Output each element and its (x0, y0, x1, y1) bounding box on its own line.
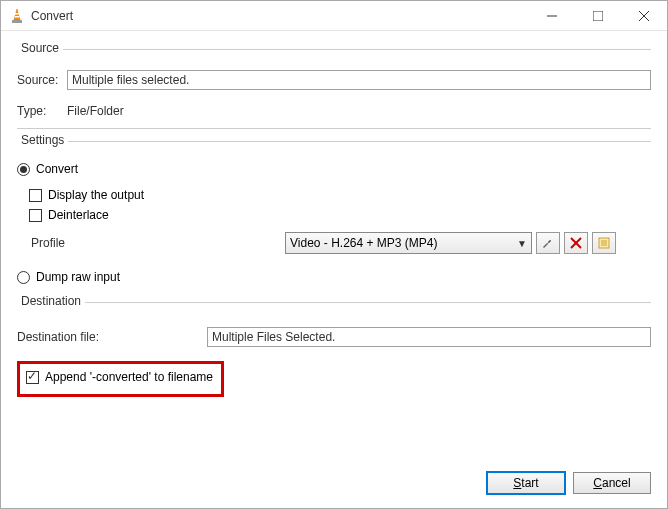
vlc-icon (9, 8, 25, 24)
chevron-down-icon: ▼ (517, 238, 527, 249)
dialog-content: Source Source: Multiple files selected. … (1, 31, 667, 460)
destination-legend: Destination (17, 294, 85, 308)
profile-label: Profile (17, 236, 285, 250)
close-button[interactable] (621, 1, 667, 31)
dump-raw-label: Dump raw input (36, 270, 120, 284)
settings-legend: Settings (17, 133, 68, 147)
deinterlace-checkbox[interactable] (29, 209, 42, 222)
svg-rect-3 (12, 20, 22, 23)
append-converted-label: Append '-converted' to filename (45, 370, 213, 384)
wrench-icon (541, 236, 555, 250)
profile-value: Video - H.264 + MP3 (MP4) (290, 236, 438, 250)
destination-file-field[interactable]: Multiple Files Selected. (207, 327, 651, 347)
x-icon (570, 237, 582, 249)
start-button[interactable]: Start (487, 472, 565, 494)
destination-file-label: Destination file: (17, 330, 207, 344)
titlebar: Convert (1, 1, 667, 31)
edit-profile-button[interactable] (536, 232, 560, 254)
source-field[interactable]: Multiple files selected. (67, 70, 651, 90)
source-group: Source Source: Multiple files selected. … (17, 49, 651, 129)
append-converted-checkbox[interactable] (26, 371, 39, 384)
cancel-button[interactable]: Cancel (573, 472, 651, 494)
source-legend: Source (17, 41, 63, 55)
profile-select[interactable]: Video - H.264 + MP3 (MP4) ▼ (285, 232, 532, 254)
display-output-checkbox[interactable] (29, 189, 42, 202)
new-profile-icon (597, 236, 611, 250)
dump-raw-radio[interactable] (17, 271, 30, 284)
svg-rect-2 (15, 16, 20, 18)
svg-rect-5 (593, 11, 603, 21)
delete-profile-button[interactable] (564, 232, 588, 254)
convert-radio[interactable] (17, 163, 30, 176)
type-label: Type: (17, 104, 67, 118)
settings-group: Settings Convert Display the output Dein… (17, 141, 651, 290)
minimize-button[interactable] (529, 1, 575, 31)
window-title: Convert (31, 9, 529, 23)
window-controls (529, 1, 667, 31)
display-output-label: Display the output (48, 188, 144, 202)
deinterlace-label: Deinterlace (48, 208, 109, 222)
start-button-rest: tart (521, 476, 538, 490)
append-highlight: Append '-converted' to filename (17, 361, 224, 397)
dialog-footer: Start Cancel (1, 460, 667, 508)
source-label: Source: (17, 73, 67, 87)
maximize-button[interactable] (575, 1, 621, 31)
type-value: File/Folder (67, 104, 124, 118)
destination-group: Destination Destination file: Multiple F… (17, 302, 651, 397)
svg-rect-1 (14, 13, 20, 15)
convert-radio-label: Convert (36, 162, 78, 176)
cancel-button-rest: ancel (602, 476, 631, 490)
new-profile-button[interactable] (592, 232, 616, 254)
divider (17, 128, 651, 129)
